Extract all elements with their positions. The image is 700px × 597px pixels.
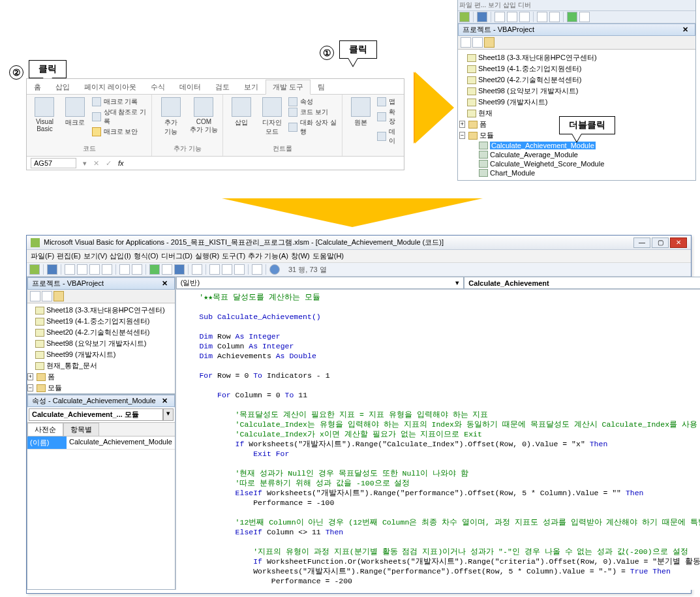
properties-button[interactable]: 속성: [288, 97, 339, 106]
tree-sheet[interactable]: Sheet20 (4-2.기술혁신분석센터): [467, 74, 693, 85]
excel-switch-icon[interactable]: [29, 264, 40, 275]
tab-team[interactable]: 팀: [311, 80, 332, 94]
copy-icon[interactable]: [507, 12, 517, 22]
tree-module-achievement[interactable]: Calculate_Achievement_Module: [479, 141, 693, 150]
properties-grid[interactable]: (이름) Calculate_Achievement_Module: [27, 436, 175, 589]
menu-help[interactable]: 도움말(H): [312, 251, 344, 261]
code-editor[interactable]: '★★목표 달성도를 계산하는 모듈 Sub Calculate_Achieve…: [176, 290, 700, 590]
redo-icon[interactable]: [549, 12, 560, 22]
view-object-icon[interactable]: [42, 291, 52, 301]
name-box[interactable]: AG57: [31, 158, 76, 168]
maximize-button[interactable]: ▢: [652, 237, 669, 248]
tree-module-average[interactable]: Calculate_Average_Module: [479, 150, 693, 159]
undo-icon[interactable]: [119, 264, 130, 275]
folder-toggle-icon[interactable]: [53, 291, 64, 301]
close-icon[interactable]: ✕: [680, 25, 691, 34]
close-icon[interactable]: ✕: [159, 279, 170, 288]
view-code-icon[interactable]: [30, 291, 40, 301]
data-button[interactable]: 데이: [377, 127, 400, 145]
run-icon[interactable]: [149, 264, 160, 275]
object-dropdown[interactable]: (일반)▾: [176, 277, 464, 289]
help-icon[interactable]: [269, 264, 280, 275]
minimize-button[interactable]: —: [633, 237, 650, 248]
redo-icon[interactable]: [132, 264, 142, 275]
project-tree[interactable]: Sheet18 (3-3.재난대응HPC연구센터) Sheet19 (4-1.중…: [458, 50, 695, 180]
vbe-menubar[interactable]: 파일(F) 편집(E) 보기(V) 삽입(I) 형식(O) 디버그(D) 실행(…: [27, 250, 691, 263]
tree-sheet[interactable]: Sheet18 (3-3.재난대응HPC연구센터): [467, 52, 693, 63]
expand-button[interactable]: 확장: [377, 108, 400, 126]
paste-icon[interactable]: [89, 264, 100, 275]
properties-object-selector[interactable]: Calculate_Achievement_... 모듈 ▾: [27, 407, 175, 423]
tree-folder-modules[interactable]: −모듈: [27, 382, 174, 393]
tree-sheet[interactable]: Sheet99 (개발자시트): [467, 97, 693, 108]
project-tree-full[interactable]: Sheet18 (3-3.재난대응HPC연구센터) Sheet19 (4-1.중…: [27, 303, 175, 393]
close-button[interactable]: ✕: [670, 237, 687, 248]
menu-debug[interactable]: 디버그(D): [161, 251, 192, 261]
object-browser-icon[interactable]: [234, 264, 245, 275]
vbe-titlebar[interactable]: Microsoft Visual Basic for Applications …: [27, 236, 691, 250]
tab-review[interactable]: 검토: [208, 80, 237, 94]
prop-tab-alpha[interactable]: 사전순: [27, 423, 63, 436]
tab-home[interactable]: 홈: [27, 80, 48, 94]
macro-security-button[interactable]: 매크로 보안: [92, 127, 148, 136]
design-icon[interactable]: [192, 264, 202, 275]
menu-insert[interactable]: 삽입(I): [110, 251, 130, 261]
tree-folder-forms[interactable]: +폼: [27, 371, 174, 382]
tab-data[interactable]: 데이터: [172, 80, 208, 94]
view-code-tree-icon[interactable]: [461, 37, 471, 48]
undo-icon[interactable]: [537, 12, 547, 22]
view-object-tree-icon[interactable]: [472, 37, 483, 48]
prop-row-name[interactable]: (이름) Calculate_Achievement_Module: [27, 436, 175, 450]
tree-module-weighted[interactable]: Calculate_Weighetd_Score_Module: [479, 159, 693, 168]
menu-addins[interactable]: 추가 기능(A): [248, 251, 288, 261]
insert-control-button[interactable]: 삽입: [227, 96, 255, 129]
tree-sheet[interactable]: Sheet19 (4-1.중소기업지원센터): [467, 63, 693, 74]
com-addins-button[interactable]: COM 추가 기능: [189, 96, 219, 136]
prop-tab-category[interactable]: 항목별: [63, 423, 99, 436]
properties-window-icon[interactable]: [222, 264, 232, 275]
copy-icon[interactable]: [77, 264, 87, 275]
tab-insert[interactable]: 삽입: [48, 80, 77, 94]
fx-label[interactable]: fx: [118, 159, 124, 167]
find-icon[interactable]: [102, 264, 112, 275]
design-mode-button[interactable]: 디자인 모드: [258, 96, 286, 138]
paste-icon[interactable]: [519, 12, 530, 22]
menu-run[interactable]: 실행(R): [195, 251, 219, 261]
reset-icon[interactable]: [174, 264, 185, 275]
tree-sheet[interactable]: Sheet19 (4-1.중소기업지원센터): [35, 316, 174, 327]
tree-sheet[interactable]: Sheet18 (3-3.재난대응HPC연구센터): [35, 305, 174, 316]
tab-pagelayout[interactable]: 페이지 레이아웃: [77, 80, 144, 94]
tree-sheet[interactable]: Sheet99 (개발자시트): [35, 349, 174, 360]
tab-developer[interactable]: 개발 도구: [266, 80, 311, 95]
procedure-dropdown[interactable]: Calculate_Achievement▾: [464, 277, 700, 289]
menu-window[interactable]: 창(W): [291, 251, 310, 261]
tree-thisworkbook[interactable]: 현재_통합_문서: [35, 360, 174, 371]
project-explorer-icon[interactable]: [209, 264, 220, 275]
menu-format[interactable]: 형식(O): [134, 251, 159, 261]
folder-toggle-icon[interactable]: [484, 37, 495, 48]
menu-edit[interactable]: 편집(E): [57, 251, 81, 261]
cut-icon[interactable]: [65, 264, 75, 275]
toolbox-icon[interactable]: [252, 264, 262, 275]
tab-formulas[interactable]: 수식: [144, 80, 172, 94]
cut-icon[interactable]: [495, 12, 505, 22]
visual-basic-button[interactable]: Visual Basic: [31, 96, 59, 134]
close-icon[interactable]: ✕: [159, 397, 170, 405]
dropdown-arrow-icon[interactable]: ▾: [163, 408, 174, 421]
tree-sheet[interactable]: Sheet20 (4-2.기술혁신분석센터): [35, 327, 174, 338]
source-button[interactable]: 원본: [346, 96, 374, 129]
prop-name-value[interactable]: Calculate_Achievement_Module: [67, 436, 175, 449]
tree-sheet[interactable]: Sheet98 (요약보기 개발자시트): [35, 338, 174, 349]
map-button[interactable]: 맵: [377, 97, 400, 106]
relative-ref-button[interactable]: 상대 참조로 기록: [92, 108, 148, 126]
menu-file[interactable]: 파일(F): [31, 251, 54, 261]
record-macro-button[interactable]: 매크로 기록: [92, 97, 148, 106]
excel-icon[interactable]: [459, 12, 470, 22]
menu-view[interactable]: 보기(V): [84, 251, 108, 261]
run-dialog-button[interactable]: 대화 상자 실행: [288, 118, 339, 136]
menu-tools[interactable]: 도구(T): [222, 251, 245, 261]
save-icon[interactable]: [47, 264, 57, 275]
macros-button[interactable]: 매크로: [61, 96, 89, 129]
tree-module-chart[interactable]: Chart_Module: [479, 168, 693, 177]
break-icon[interactable]: [162, 264, 172, 275]
